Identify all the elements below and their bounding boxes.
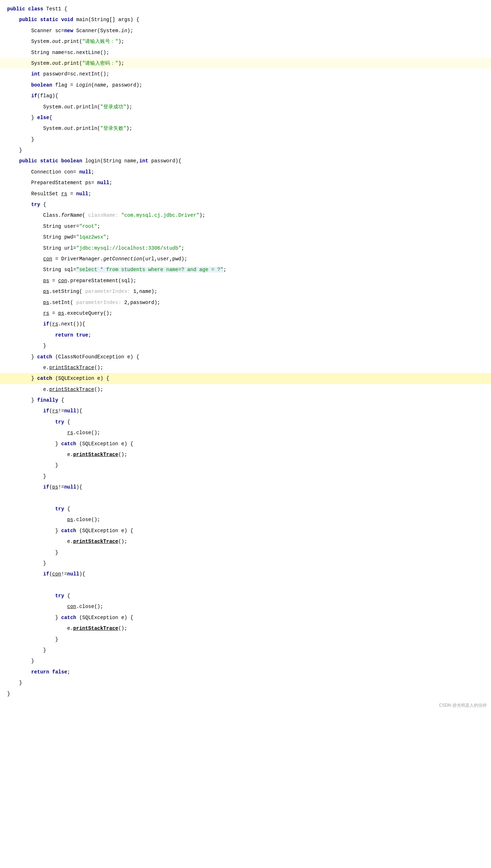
code-line-33: } catch (ClassNotFoundException e) { [0, 352, 491, 362]
code-line-24: con = DriverManager.getConnection(url,us… [0, 254, 491, 264]
code-line-7: int password=sc.nextInt(); [0, 69, 491, 79]
code-line-44: } [0, 471, 491, 482]
code-line-20: Class.forName( className: "com.mysql.cj.… [0, 210, 491, 221]
code-line-51: } [0, 547, 491, 558]
footer-attribution: CSDN @光明是人的信仰 [0, 699, 491, 712]
code-line-47: try { [0, 504, 491, 514]
footer-text: CSDN @光明是人的信仰 [439, 703, 487, 708]
code-line-35: } catch (SQLException e) { [0, 373, 491, 384]
code-line-25: String sql="select * from students where… [0, 264, 491, 275]
code-line-57: } catch (SQLException e) { [0, 612, 491, 623]
code-line-29: rs = ps.executeQuery(); [0, 308, 491, 319]
code-line-64: } [0, 688, 491, 699]
code-line-15: public static boolean login(String name,… [0, 156, 491, 166]
code-line-49: } catch (SQLException e) { [0, 525, 491, 536]
code-line-8: boolean flag = Login(name, password); [0, 80, 491, 90]
code-line-41: } catch (SQLException e) { [0, 438, 491, 449]
code-line-59: } [0, 634, 491, 645]
code-line-48: ps.close(); [0, 514, 491, 525]
code-line-28: ps.setInt( parameterIndex: 2,password); [0, 297, 491, 308]
code-line-2: public static void main(String[] args) { [0, 14, 491, 25]
code-line-3: Scanner sc=new Scanner(System.in); [0, 25, 491, 36]
code-line-18: ResultSet rs = null; [0, 188, 491, 199]
code-line-43: } [0, 460, 491, 471]
code-line-27: ps.setString( parameterIndex: 1,name); [0, 286, 491, 297]
code-line-13: } [0, 134, 491, 145]
code-line-21: String user="root"; [0, 221, 491, 232]
code-line-40: rs.close(); [0, 427, 491, 438]
code-line-42: e.printStackTrace(); [0, 449, 491, 460]
code-line-39: try { [0, 417, 491, 427]
code-line-14: } [0, 145, 491, 156]
code-line-31: return true; [0, 330, 491, 340]
code-line-45: if(ps!=null){ [0, 482, 491, 492]
code-line-17: PreparedStatement ps= null; [0, 177, 491, 188]
code-line-10: System.out.println("登录成功"); [0, 102, 491, 112]
code-line-16: Connection con= null; [0, 167, 491, 177]
code-line-38: if(rs!=null){ [0, 406, 491, 416]
code-line-30: if(rs.next()){ [0, 319, 491, 329]
code-line-6: System.out.print("请输入密码："); [0, 58, 491, 69]
code-line-19: try { [0, 199, 491, 210]
code-line-53: if(con!=null){ [0, 569, 491, 579]
code-line-54-empty [0, 580, 491, 590]
code-line-52: } [0, 558, 491, 569]
code-line-56: con.close(); [0, 601, 491, 612]
code-line-55: try { [0, 590, 491, 601]
code-line-36: e.printStackTrace(); [0, 384, 491, 395]
code-line-12: System.out.println("登录失败"); [0, 123, 491, 134]
code-line-26: ps = con.prepareStatement(sql); [0, 275, 491, 286]
code-line-23: String url="jdbc:mysql://localhost:3306/… [0, 243, 491, 254]
code-line-62: return false; [0, 667, 491, 677]
code-line-1: public class Test1 { [0, 4, 491, 14]
code-line-9: if(flag){ [0, 90, 491, 101]
code-line-32: } [0, 340, 491, 351]
code-line-50: e.printStackTrace(); [0, 536, 491, 547]
code-line-5: String name=sc.nextLine(); [0, 47, 491, 58]
code-line-58: e.printStackTrace(); [0, 623, 491, 634]
code-line-22: String pwd="1qaz2wsx"; [0, 232, 491, 242]
code-line-4: System.out.print("请输入账号："); [0, 36, 491, 47]
code-line-37: } finally { [0, 395, 491, 406]
code-line-61: } [0, 656, 491, 666]
code-line-11: } else{ [0, 112, 491, 123]
code-line-34: e.printStackTrace(); [0, 362, 491, 373]
code-container: public class Test1 { public static void … [0, 0, 491, 868]
code-line-60: } [0, 645, 491, 656]
code-line-46-empty [0, 493, 491, 504]
code-line-63: } [0, 677, 491, 688]
